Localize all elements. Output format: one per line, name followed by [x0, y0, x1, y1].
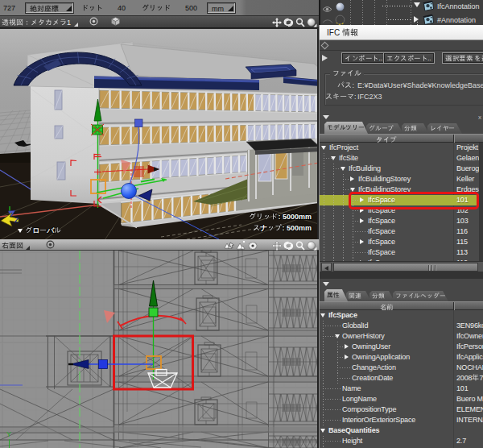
scroll-left-button[interactable]: [321, 263, 332, 272]
tree-row-IfcBuilding-Buerogebaeude[interactable]: IfcBuildingBuerogebaeude: [320, 164, 483, 174]
solid-mode-icon[interactable]: [111, 17, 120, 26]
pan-icon[interactable]: [272, 241, 282, 251]
expanded-arrow-icon[interactable]: [320, 429, 325, 433]
perspective-viewport-header[interactable]: 1: [0, 16, 319, 28]
tree-row-IfcSpace-113[interactable]: IfcSpace113: [320, 247, 483, 258]
tree-vscrollbar[interactable]: [479, 143, 483, 261]
perspective-viewport[interactable]: Z ロバ : 5000mm ナ: 500mm: [0, 29, 319, 239]
collapsed-arrow-icon[interactable]: [414, 16, 419, 23]
tree-row-IfcProject-Projekt Buerogebaeude[interactable]: IfcProjectProjekt Buerogebaeude: [320, 143, 483, 153]
import-button[interactable]: ..: [341, 52, 386, 64]
settings-gear-icon[interactable]: [248, 241, 258, 251]
material-ball-off-icon[interactable]: [335, 15, 345, 25]
global-coordinate-label[interactable]: ロバ: [18, 226, 61, 236]
pan-icon[interactable]: [272, 18, 282, 27]
collapsed-arrow-icon[interactable]: [345, 355, 349, 359]
dot-value-field[interactable]: 40: [118, 4, 126, 12]
render-sphere-icon[interactable]: [307, 18, 317, 27]
browser-item-label[interactable]: #Annotation: [437, 16, 476, 24]
scroll-thumb[interactable]: [333, 263, 478, 272]
collapsed-arrow-icon[interactable]: [350, 176, 354, 181]
camera-target-icon[interactable]: [89, 17, 98, 26]
viewport-menu-arrow-icon[interactable]: [26, 246, 30, 250]
visibility-eye-icon[interactable]: [322, 6, 332, 13]
tree-row-Name-101[interactable]: Name101: [320, 384, 483, 394]
tab-モデルツリー[interactable]: [324, 122, 368, 134]
tree-row-IfcBuildingStorey-Keller[interactable]: IfcBuildingStoreyKeller: [320, 174, 483, 185]
tree-row-IfcSpace-103[interactable]: IfcSpace103: [320, 216, 483, 226]
tree-column-header[interactable]: [320, 134, 483, 143]
camera-target-icon-slot[interactable]: [46, 240, 55, 251]
tree-row-InteriorOrExteriorSpace-INTERNAL[interactable]: InteriorOrExteriorSpaceINTERNAL: [320, 415, 483, 425]
export-button[interactable]: ..: [383, 52, 435, 64]
grid-value-field[interactable]: 500: [185, 4, 197, 12]
rotate-icon[interactable]: [283, 18, 294, 27]
unit-dropdown[interactable]: mm: [207, 2, 236, 14]
tree-hscrollbar[interactable]: [320, 261, 483, 272]
coord-value-field[interactable]: 727: [3, 4, 15, 12]
tree-row-OwningApplication-IfcApplication[interactable]: OwningApplicationIfcApplication: [320, 352, 483, 363]
viewport-title[interactable]: 1: [2, 19, 71, 27]
viewport-title[interactable]: [2, 242, 23, 250]
tree-row-Height-2.7[interactable]: Height2.7: [320, 436, 483, 446]
render-sphere-icon[interactable]: [307, 241, 317, 251]
browser-row[interactable]: #Annotation: [320, 13, 483, 25]
tab-ファイルヘッダー[interactable]: [393, 291, 448, 301]
tree-row-OwnerHistory-IfcOwnerHistory[interactable]: OwnerHistoryIfcOwnerHistory: [320, 331, 483, 342]
attributes-section-bar[interactable]: [320, 279, 483, 288]
expanded-arrow-icon[interactable]: [341, 167, 345, 171]
viewport-menu-arrow-icon[interactable]: [74, 23, 78, 27]
expand-arrow-icon[interactable]: [414, 2, 420, 7]
tree-row-LongName-Buero Mitte[interactable]: LongNameBuero Mitte: [320, 394, 483, 404]
section-collapse-arrow-icon[interactable]: [323, 115, 329, 119]
browser-item-label[interactable]: IfcAnnotation: [437, 2, 480, 10]
browser-row[interactable]: IfcAnnotation: [320, 0, 483, 12]
section-expand-arrow-icon[interactable]: [322, 55, 328, 61]
collapsed-arrow-icon[interactable]: [345, 344, 349, 349]
expanded-arrow-icon[interactable]: [320, 313, 325, 317]
tab-関連[interactable]: [346, 291, 371, 301]
right-orthographic-viewport[interactable]: Y: [0, 251, 319, 448]
solid-mode-icon-slot[interactable]: [111, 17, 120, 27]
zoom-icon[interactable]: [295, 241, 305, 251]
tree-row-ChangeAction-NOCHANGE[interactable]: ChangeActionNOCHANGE: [320, 363, 483, 373]
rotate-icon[interactable]: [283, 241, 294, 251]
tree-row-OwningUser-IfcPersonAndOrganization[interactable]: OwningUserIfcPersonAndOrganization: [320, 342, 483, 352]
tree-row-BaseQuantities[interactable]: BaseQuantities: [320, 425, 483, 436]
tree-row-IfcSpace-116[interactable]: IfcSpace116: [320, 226, 483, 237]
eye-icon-slot[interactable]: [322, 15, 333, 25]
tree-row-IfcSite-Gelaende[interactable]: IfcSiteGelaende: [320, 153, 483, 164]
select-elements-button[interactable]: [442, 52, 483, 64]
create-icon[interactable]: [236, 241, 246, 251]
camera-target-icon[interactable]: [46, 240, 55, 249]
pane-divider[interactable]: [320, 272, 483, 279]
camera-target-icon-slot[interactable]: [89, 17, 98, 27]
tab-属性[interactable]: [324, 289, 348, 301]
tree-row-IfcSpace-115[interactable]: IfcSpace115: [320, 237, 483, 247]
expanded-arrow-icon[interactable]: [331, 156, 336, 160]
modify-icon[interactable]: [224, 241, 234, 251]
tab-レイヤー[interactable]: [427, 123, 462, 134]
right-view-header[interactable]: [0, 239, 319, 251]
collapse-diamond-icon[interactable]: [321, 42, 329, 50]
material-slot[interactable]: [335, 14, 345, 25]
tree-row-GlobalId-3EN96koj9D9gBMo2cWDzW[interactable]: GlobalId3EN96koj9D9gBMo2cWDzW: [320, 321, 483, 331]
visibility-eye-off-icon[interactable]: [322, 19, 333, 25]
expanded-arrow-icon[interactable]: [335, 334, 340, 338]
collapsed-arrow-icon[interactable]: [360, 239, 364, 244]
coord-mode-dropdown[interactable]: [25, 2, 74, 14]
ifc-window-titlebar[interactable]: IFC: [320, 25, 483, 40]
tab-分類[interactable]: [369, 291, 394, 301]
zoom-icon[interactable]: [295, 18, 305, 27]
tab-分類[interactable]: [402, 123, 429, 134]
tree-row-IfcSpace[interactable]: IfcSpace: [320, 310, 483, 321]
material-ball-icon[interactable]: [335, 2, 345, 12]
expanded-arrow-icon[interactable]: [321, 146, 326, 150]
tree-row-CompositionType-ELEMENT[interactable]: CompositionTypeELEMENT: [320, 404, 483, 415]
collapsed-arrow-icon[interactable]: [360, 218, 364, 223]
attr-column-header[interactable]: [320, 301, 483, 310]
window-collapse-strip[interactable]: [320, 40, 483, 51]
tree-row-CreationDate-2008年7月15日[interactable]: CreationDate2008715: [320, 373, 483, 384]
tree-section-bar[interactable]: x: [320, 112, 483, 122]
tab-グループ[interactable]: [366, 123, 403, 134]
